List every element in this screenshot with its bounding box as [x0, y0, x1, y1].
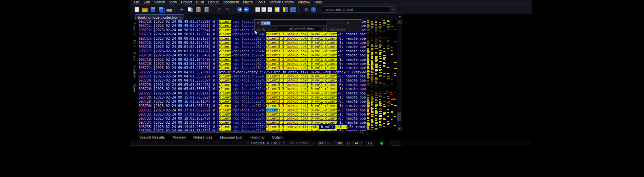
- side-tab-projects[interactable]: Projects: [133, 22, 137, 35]
- menu-item-document[interactable]: Document: [221, 0, 241, 4]
- log-line[interactable]: 693729:[2023-02-24 09:16:01.901104] W [c…: [139, 100, 366, 104]
- minimap[interactable]: [366, 20, 397, 131]
- log-line-current[interactable]: 693731:[2023-02-24 09:17:01.992969] W [c…: [139, 108, 366, 112]
- find-prev-icon[interactable]: «: [261, 7, 266, 12]
- menu-item-window[interactable]: Window: [296, 0, 312, 4]
- log-line[interactable]: 693723:[2023-02-24 09:04:01.360328] W [c…: [139, 74, 366, 78]
- find-next-disabled-icon[interactable]: →: [339, 21, 345, 25]
- log-line[interactable]: 693720:[2023-02-24 09:03:01.270863] W [c…: [139, 62, 366, 66]
- log-line[interactable]: 693714:[2023-02-24 09:00:01.172157] W [c…: [139, 37, 366, 41]
- status-line-col[interactable]: Line 693731 Col 56: [248, 141, 284, 146]
- horizontal-scrollbar[interactable]: ← →: [139, 131, 364, 134]
- side-tab-symbols[interactable]: Symbols: [133, 65, 137, 78]
- menu-item-build[interactable]: Build: [194, 0, 206, 4]
- scroll-right-icon[interactable]: →: [360, 131, 364, 134]
- menu-item-edit[interactable]: Edit: [142, 0, 152, 4]
- log-line[interactable]: 693722:[2023-02-24 09:04:01.352991] I [a…: [139, 70, 366, 74]
- log-line[interactable]: 693717:[2023-02-24 09:01:02.117767] W [c…: [139, 49, 366, 53]
- open-file-icon[interactable]: [141, 6, 148, 13]
- side-tab-class[interactable]: Class: [133, 52, 137, 61]
- bottom-tab-search-results[interactable]: Search Results: [139, 135, 165, 139]
- side-tab-open[interactable]: Open: [133, 84, 137, 92]
- diff-icon[interactable]: [274, 6, 280, 13]
- search-input[interactable]: client: [260, 21, 327, 25]
- bottom-tab-message-list[interactable]: Message List: [220, 135, 242, 139]
- forward-icon[interactable]: ▶: [244, 7, 249, 12]
- menu-item-project[interactable]: Project: [179, 0, 194, 4]
- help-icon[interactable]: ?: [311, 7, 316, 12]
- menu-item-search[interactable]: Search: [152, 0, 167, 4]
- print-icon[interactable]: [166, 6, 173, 13]
- copy-icon[interactable]: [187, 6, 194, 13]
- menu-item-debug[interactable]: Debug: [206, 0, 221, 4]
- whole-word-toggle[interactable]: W: [261, 28, 266, 31]
- find-next-icon[interactable]: →: [333, 21, 339, 25]
- bottom-tab-preview[interactable]: Preview: [173, 135, 186, 139]
- log-line[interactable]: 693715:[2023-02-24 09:00:01.172431] W [c…: [139, 41, 366, 45]
- tools-icon[interactable]: ⚙: [303, 6, 309, 13]
- scroll-left-icon[interactable]: ←: [139, 131, 143, 134]
- scroll-down-icon[interactable]: ▼: [397, 127, 402, 131]
- menu-item-help[interactable]: Help: [313, 0, 324, 4]
- search-scope-dropdown[interactable]: <Current Buffer> ▾: [277, 27, 327, 32]
- log-line[interactable]: 693716:[2023-02-24 09:01:02.116738] W [c…: [139, 45, 366, 49]
- cut-icon[interactable]: ✂: [179, 6, 185, 13]
- menu-item-macro[interactable]: Macro: [241, 0, 255, 4]
- log-line[interactable]: 693732:[2023-02-24 09:17:01.993269] W [c…: [139, 112, 366, 117]
- back-icon[interactable]: ◀: [237, 7, 242, 12]
- find-previous-icon[interactable]: ←: [327, 21, 333, 25]
- vscroll-track[interactable]: [397, 24, 402, 127]
- paste-icon[interactable]: [195, 6, 202, 13]
- log-line[interactable]: 693735:[2023-02-24 09:19:01.260074] W [c…: [139, 125, 366, 129]
- log-line[interactable]: 693728:[2023-02-24 09:15:01.795622] W [c…: [139, 95, 366, 100]
- log-line[interactable]: 693713:[2023-02-24 08:50:01.125654] W [c…: [139, 32, 366, 36]
- tab-list-dropdown-icon[interactable]: ▾: [399, 15, 401, 18]
- new-file-icon[interactable]: [133, 6, 140, 13]
- log-line[interactable]: 693719:[2023-02-24 09:02:01.194340] W [c…: [139, 58, 366, 62]
- hscroll-track[interactable]: [143, 131, 360, 134]
- status-ins[interactable]: Ins: [336, 141, 344, 146]
- bottom-tab-output[interactable]: Output: [272, 135, 283, 139]
- log-line[interactable]: 693718:[2023-02-24 09:02:01.193943] W [c…: [139, 53, 366, 57]
- save-all-icon[interactable]: [158, 6, 164, 13]
- terminal-icon[interactable]: [290, 6, 297, 13]
- redo-icon[interactable]: ↷: [224, 6, 231, 13]
- menu-item-view[interactable]: View: [167, 0, 179, 4]
- log-line[interactable]: 693733:[2023-02-24 09:18:02.162748] W [c…: [139, 117, 366, 121]
- regex-toggle[interactable]: .*: [266, 28, 272, 31]
- status-rec[interactable]: REC: [325, 141, 336, 146]
- search-options-icon[interactable]: ▾: [256, 21, 260, 25]
- find-refs-icon[interactable]: ≡: [267, 7, 272, 12]
- chevron-down-icon[interactable]: ▾: [321, 27, 326, 31]
- tab-honking-huge-cluster-log[interactable]: honking-huge-cluster.log ×: [135, 14, 184, 20]
- context-dropdown[interactable]: no current context ▾: [322, 6, 396, 13]
- find-next-icon[interactable]: »: [255, 7, 260, 12]
- log-line[interactable]: 693724:[2023-02-24 09:04:01.360587] W [c…: [139, 78, 366, 83]
- merge-icon[interactable]: [282, 6, 288, 13]
- save-icon[interactable]: [149, 6, 156, 13]
- hscroll-thumb[interactable]: [143, 131, 282, 133]
- status-eol[interactable]: LF: [345, 141, 353, 146]
- close-icon[interactable]: ×: [179, 16, 181, 19]
- log-line[interactable]: 693726:[2023-02-24 09:05:01.536814] W [c…: [139, 87, 366, 91]
- undo-icon[interactable]: ↶: [216, 6, 223, 13]
- paste-special-icon[interactable]: [203, 6, 210, 13]
- status-encoding[interactable]: ACP: [353, 141, 363, 146]
- bottom-tab-references[interactable]: References: [194, 135, 213, 139]
- log-line[interactable]: 693734:[2023-02-24 09:18:02.163072] W [c…: [139, 121, 366, 125]
- bottom-tab-terminal[interactable]: Terminal: [250, 135, 264, 139]
- search-close-icon[interactable]: ×: [345, 21, 350, 25]
- log-line[interactable]: 693721:[2023-02-24 09:03:01.271226] W [c…: [139, 66, 366, 70]
- menu-item-version-control[interactable]: Version Control: [267, 0, 296, 4]
- menu-item-file[interactable]: File: [132, 0, 142, 4]
- editor-lines[interactable]: 693710:[2023-02-24 08:49:02.047286] W [c…: [139, 20, 366, 131]
- log-line[interactable]: 693727:[2023-02-24 09:15:01.795111] W [c…: [139, 91, 366, 95]
- status-rw[interactable]: RW: [316, 141, 325, 146]
- menu-item-tools[interactable]: Tools: [255, 0, 267, 4]
- scroll-up-icon[interactable]: ▲: [397, 20, 402, 24]
- side-tab-defs[interactable]: Defs: [133, 40, 137, 47]
- chevron-down-icon[interactable]: ▾: [390, 7, 396, 12]
- vertical-scrollbar[interactable]: ▲ ▼: [397, 20, 402, 131]
- log-line[interactable]: 693725:[2023-02-24 09:05:01.534473] W [c…: [139, 83, 366, 87]
- vscroll-thumb[interactable]: [397, 112, 401, 121]
